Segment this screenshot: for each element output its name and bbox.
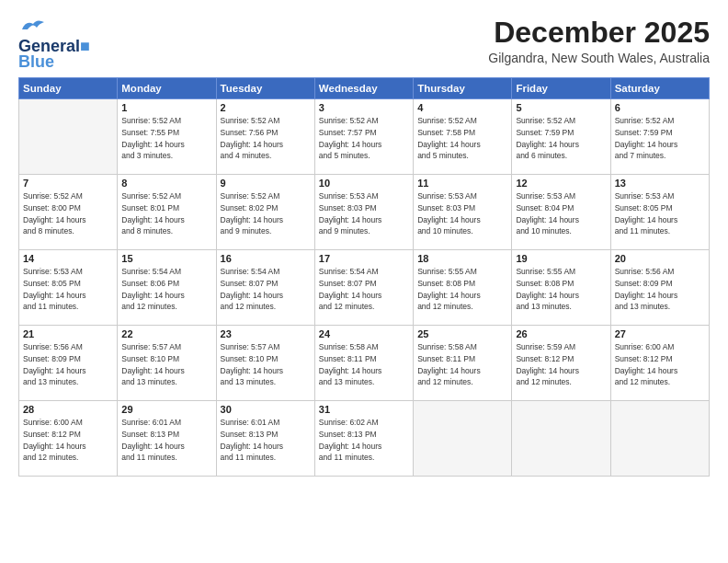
day-number: 23 xyxy=(221,328,311,339)
day-info: Sunrise: 5:52 AMSunset: 7:56 PMDaylight:… xyxy=(221,115,311,162)
day-info: Sunrise: 6:00 AMSunset: 8:12 PMDaylight:… xyxy=(23,417,113,464)
day-number: 20 xyxy=(615,253,705,264)
day-cell: 7Sunrise: 5:52 AMSunset: 8:00 PMDaylight… xyxy=(19,175,118,250)
day-info: Sunrise: 5:59 AMSunset: 8:12 PMDaylight:… xyxy=(516,341,606,388)
day-info: Sunrise: 5:53 AMSunset: 8:04 PMDaylight:… xyxy=(516,190,606,237)
day-number: 6 xyxy=(615,102,705,113)
day-number: 30 xyxy=(221,404,311,415)
day-info: Sunrise: 5:52 AMSunset: 7:59 PMDaylight:… xyxy=(516,115,606,162)
week-row-1: 7Sunrise: 5:52 AMSunset: 8:00 PMDaylight… xyxy=(19,175,710,250)
week-row-0: 1Sunrise: 5:52 AMSunset: 7:55 PMDaylight… xyxy=(19,99,710,175)
day-cell: 9Sunrise: 5:52 AMSunset: 8:02 PMDaylight… xyxy=(216,175,314,250)
day-info: Sunrise: 5:52 AMSunset: 7:55 PMDaylight:… xyxy=(121,115,211,162)
day-header-sunday: Sunday xyxy=(19,78,118,99)
day-info: Sunrise: 6:00 AMSunset: 8:12 PMDaylight:… xyxy=(615,341,705,388)
day-info: Sunrise: 5:55 AMSunset: 8:08 PMDaylight:… xyxy=(417,266,507,313)
day-cell: 26Sunrise: 5:59 AMSunset: 8:12 PMDayligh… xyxy=(512,326,610,401)
day-info: Sunrise: 5:57 AMSunset: 8:10 PMDaylight:… xyxy=(121,341,211,388)
day-cell: 22Sunrise: 5:57 AMSunset: 8:10 PMDayligh… xyxy=(118,326,216,401)
day-number: 4 xyxy=(417,102,507,113)
day-cell: 13Sunrise: 5:53 AMSunset: 8:05 PMDayligh… xyxy=(610,175,709,250)
day-number: 27 xyxy=(615,328,705,339)
day-cell: 29Sunrise: 6:01 AMSunset: 8:13 PMDayligh… xyxy=(118,401,216,477)
day-cell: 30Sunrise: 6:01 AMSunset: 8:13 PMDayligh… xyxy=(216,401,314,477)
day-cell: 17Sunrise: 5:54 AMSunset: 8:07 PMDayligh… xyxy=(314,250,413,326)
day-info: Sunrise: 5:56 AMSunset: 8:09 PMDaylight:… xyxy=(23,341,113,388)
day-info: Sunrise: 5:52 AMSunset: 8:00 PMDaylight:… xyxy=(23,190,113,237)
day-number: 10 xyxy=(319,178,409,189)
day-number: 5 xyxy=(516,102,606,113)
day-info: Sunrise: 5:54 AMSunset: 8:06 PMDaylight:… xyxy=(121,266,211,313)
day-info: Sunrise: 5:52 AMSunset: 7:57 PMDaylight:… xyxy=(319,115,409,162)
day-number: 2 xyxy=(221,102,311,113)
day-cell: 25Sunrise: 5:58 AMSunset: 8:11 PMDayligh… xyxy=(414,326,512,401)
day-number: 11 xyxy=(417,178,507,189)
calendar-header-row: SundayMondayTuesdayWednesdayThursdayFrid… xyxy=(19,78,710,99)
day-cell: 27Sunrise: 6:00 AMSunset: 8:12 PMDayligh… xyxy=(610,326,709,401)
day-info: Sunrise: 5:53 AMSunset: 8:05 PMDaylight:… xyxy=(615,190,705,237)
day-info: Sunrise: 6:01 AMSunset: 8:13 PMDaylight:… xyxy=(121,417,211,464)
day-cell: 16Sunrise: 5:54 AMSunset: 8:07 PMDayligh… xyxy=(216,250,314,326)
week-row-3: 21Sunrise: 5:56 AMSunset: 8:09 PMDayligh… xyxy=(19,326,710,401)
day-cell xyxy=(512,401,610,477)
day-number: 24 xyxy=(319,328,409,339)
day-cell: 12Sunrise: 5:53 AMSunset: 8:04 PMDayligh… xyxy=(512,175,610,250)
day-cell: 31Sunrise: 6:02 AMSunset: 8:13 PMDayligh… xyxy=(314,401,413,477)
week-row-2: 14Sunrise: 5:53 AMSunset: 8:05 PMDayligh… xyxy=(19,250,710,326)
day-info: Sunrise: 5:54 AMSunset: 8:07 PMDaylight:… xyxy=(221,266,311,313)
day-number: 28 xyxy=(23,404,113,415)
day-info: Sunrise: 5:53 AMSunset: 8:03 PMDaylight:… xyxy=(417,190,507,237)
day-cell: 3Sunrise: 5:52 AMSunset: 7:57 PMDaylight… xyxy=(314,99,413,175)
day-number: 8 xyxy=(121,178,211,189)
day-cell: 28Sunrise: 6:00 AMSunset: 8:12 PMDayligh… xyxy=(19,401,118,477)
day-info: Sunrise: 5:52 AMSunset: 8:02 PMDaylight:… xyxy=(221,190,311,237)
day-cell: 11Sunrise: 5:53 AMSunset: 8:03 PMDayligh… xyxy=(414,175,512,250)
day-info: Sunrise: 5:58 AMSunset: 8:11 PMDaylight:… xyxy=(417,341,507,388)
day-cell: 20Sunrise: 5:56 AMSunset: 8:09 PMDayligh… xyxy=(610,250,709,326)
month-title: December 2025 xyxy=(488,17,710,49)
day-number: 21 xyxy=(23,328,113,339)
day-number: 31 xyxy=(319,404,409,415)
day-info: Sunrise: 5:53 AMSunset: 8:03 PMDaylight:… xyxy=(319,190,409,237)
day-header-thursday: Thursday xyxy=(414,78,512,99)
subtitle: Gilgandra, New South Wales, Australia xyxy=(488,51,710,65)
day-cell: 23Sunrise: 5:57 AMSunset: 8:10 PMDayligh… xyxy=(216,326,314,401)
title-block: December 2025 Gilgandra, New South Wales… xyxy=(488,17,710,65)
day-number: 18 xyxy=(417,253,507,264)
day-info: Sunrise: 5:55 AMSunset: 8:08 PMDaylight:… xyxy=(516,266,606,313)
day-number: 29 xyxy=(121,404,211,415)
day-info: Sunrise: 6:02 AMSunset: 8:13 PMDaylight:… xyxy=(319,417,409,464)
day-header-wednesday: Wednesday xyxy=(314,78,413,99)
day-number: 7 xyxy=(23,178,113,189)
day-info: Sunrise: 5:52 AMSunset: 8:01 PMDaylight:… xyxy=(121,190,211,237)
day-cell: 1Sunrise: 5:52 AMSunset: 7:55 PMDaylight… xyxy=(118,99,216,175)
day-number: 9 xyxy=(221,178,311,189)
logo: General■ Blue xyxy=(18,17,90,72)
day-cell: 15Sunrise: 5:54 AMSunset: 8:06 PMDayligh… xyxy=(118,250,216,326)
day-cell: 2Sunrise: 5:52 AMSunset: 7:56 PMDaylight… xyxy=(216,99,314,175)
day-info: Sunrise: 6:01 AMSunset: 8:13 PMDaylight:… xyxy=(221,417,311,464)
day-number: 17 xyxy=(319,253,409,264)
day-number: 25 xyxy=(417,328,507,339)
day-cell xyxy=(19,99,118,175)
day-cell: 14Sunrise: 5:53 AMSunset: 8:05 PMDayligh… xyxy=(19,250,118,326)
day-cell xyxy=(610,401,709,477)
page: General■ Blue December 2025 Gilgandra, N… xyxy=(0,0,728,563)
logo-subtext: Blue xyxy=(18,52,54,72)
day-info: Sunrise: 5:57 AMSunset: 8:10 PMDaylight:… xyxy=(221,341,311,388)
day-cell xyxy=(414,401,512,477)
day-cell: 5Sunrise: 5:52 AMSunset: 7:59 PMDaylight… xyxy=(512,99,610,175)
calendar: SundayMondayTuesdayWednesdayThursdayFrid… xyxy=(18,77,710,477)
logo-bird-icon xyxy=(18,17,48,37)
day-number: 16 xyxy=(221,253,311,264)
day-cell: 8Sunrise: 5:52 AMSunset: 8:01 PMDaylight… xyxy=(118,175,216,250)
day-info: Sunrise: 5:58 AMSunset: 8:11 PMDaylight:… xyxy=(319,341,409,388)
day-number: 22 xyxy=(121,328,211,339)
week-row-4: 28Sunrise: 6:00 AMSunset: 8:12 PMDayligh… xyxy=(19,401,710,477)
day-info: Sunrise: 5:52 AMSunset: 7:58 PMDaylight:… xyxy=(417,115,507,162)
day-cell: 6Sunrise: 5:52 AMSunset: 7:59 PMDaylight… xyxy=(610,99,709,175)
day-header-tuesday: Tuesday xyxy=(216,78,314,99)
day-number: 19 xyxy=(516,253,606,264)
day-number: 14 xyxy=(23,253,113,264)
day-number: 3 xyxy=(319,102,409,113)
